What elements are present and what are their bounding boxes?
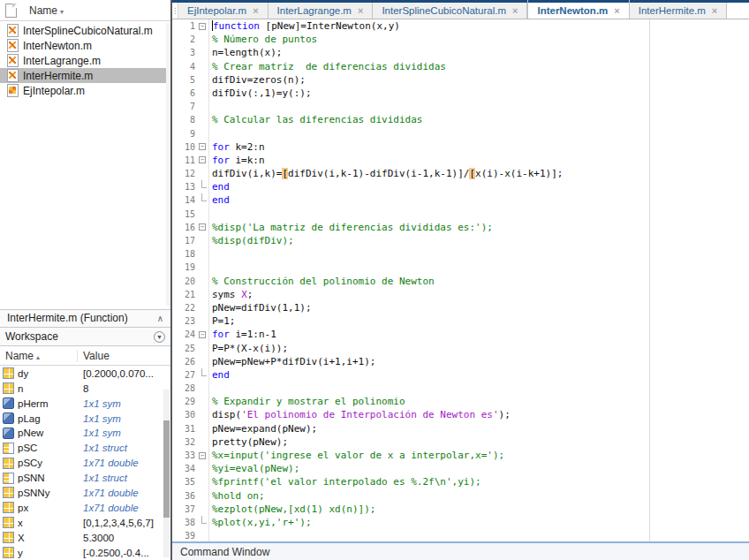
m-file-icon [7,24,19,37]
workspace-variable-row[interactable]: pSNNy1x71 double [0,486,170,501]
fold-gutter[interactable]: − [195,221,209,234]
editor-tab[interactable]: InterLagrange.m× [269,3,374,19]
file-list-scrollbar[interactable] [166,23,170,306]
file-row[interactable]: InterSplineCubicoNatural.m [0,23,170,38]
code-line[interactable]: 7 [172,100,749,113]
code-line[interactable]: 30disp('El polinomio de Interpolación de… [172,408,749,421]
close-icon[interactable]: × [253,5,258,16]
code-line[interactable]: 3n=length(x); [172,46,749,59]
fold-collapse-icon[interactable]: − [199,331,206,338]
editor-tab[interactable]: InterSplineCubicoNatural.m× [373,3,527,19]
workspace-variable-row[interactable]: pNew1x1 sym [0,426,170,441]
fold-gutter[interactable]: − [195,154,209,167]
fold-gutter[interactable]: − [195,328,209,341]
fold-collapse-icon[interactable]: − [199,452,206,459]
code-line[interactable]: 20% Construcción del polinomio de Newton [172,275,749,288]
file-row[interactable]: InterLagrange.m [0,53,170,68]
code-line[interactable]: 39 [172,529,749,541]
workspace-scrollbar-thumb[interactable] [163,420,170,518]
fold-collapse-icon[interactable]: − [199,143,206,150]
code-line[interactable]: 17%disp(difDiv); [172,234,749,247]
file-browser-header[interactable]: Name▾ [0,0,170,21]
code-line[interactable]: 5difDiv=zeros(n); [172,73,749,87]
code-line[interactable]: 31pNew=expand(pNew); [172,422,749,435]
workspace-value-column-header[interactable]: Value [78,350,110,362]
code-line[interactable]: 1−function [pNew]=InterNewton(x,y) [172,19,749,33]
workspace-titlebar[interactable]: Workspace ▼ [0,328,170,346]
code-line[interactable]: 9 [172,127,749,140]
workspace-variable-row[interactable]: pHerm1x1 sym [0,396,170,411]
fold-gutter [195,314,209,328]
code-line[interactable]: 18 [172,247,749,261]
code-line[interactable]: 38%plot(x,yi,'r+'); [172,516,749,529]
code-line[interactable]: 13end [172,180,749,193]
code-line[interactable]: 14end [172,193,749,207]
code-line[interactable]: 37%ezplot(pNew,[xd(1) xd(n)]); [172,503,749,516]
editor-tab[interactable]: InterHermite.m× [630,3,727,19]
collapse-chevron-icon[interactable]: ∧ [157,314,163,323]
code-line[interactable]: 6difDiv(:,1)=y(:); [172,87,749,100]
code-line[interactable]: 24−for i=1:n-1 [172,328,749,341]
workspace-name-column-header[interactable]: Name▴ [0,350,78,362]
code-text: pNew=pNew+P*difDiv(i+1,i+1); [212,355,375,368]
file-details-bar[interactable]: InterHermite.m (Function) ∧ [0,309,170,329]
editor-tab[interactable]: InterNewton.m× [527,0,629,19]
close-icon[interactable]: × [712,5,717,16]
code-line[interactable]: 29% Expandir y mostrar el polinomio [172,395,749,408]
code-line[interactable]: 2% Número de puntos [172,33,749,46]
line-number: 38 [172,516,195,529]
code-line[interactable]: 26pNew=pNew+P*difDiv(i+1,i+1); [172,355,749,368]
editor-tab[interactable]: EjIntepolar.m× [178,3,269,19]
fold-gutter[interactable]: − [195,449,209,462]
code-editor[interactable]: 1−function [pNew]=InterNewton(x,y)2% Núm… [172,19,749,541]
workspace-variable-row[interactable]: y[-0.2500,-0.4... [0,545,170,560]
close-icon[interactable]: × [512,5,518,16]
fold-collapse-icon[interactable]: − [199,223,206,231]
code-line[interactable]: 36%hold on; [172,489,749,503]
workspace-variable-row[interactable]: pSC1x1 struct [0,441,170,456]
code-line[interactable]: 8% Calcular las diferencias divididas [172,113,749,126]
code-line[interactable]: 34%yi=eval(pNew); [172,462,749,475]
fold-collapse-icon[interactable]: − [199,156,206,163]
code-line[interactable]: 32pretty(pNew); [172,435,749,449]
code-line[interactable]: 28 [172,382,749,395]
workspace-variable-row[interactable]: n8 [0,381,170,396]
code-line[interactable]: 15 [172,208,749,221]
code-line[interactable]: 12difDiv(i,k)=[difDiv(i,k-1)-difDiv(i-1,… [172,167,749,180]
file-row[interactable]: EjIntepolar.m [0,83,170,98]
line-number: 30 [172,408,195,421]
file-row[interactable]: InterHermite.m [0,68,170,83]
fold-gutter[interactable]: − [195,19,209,33]
code-line[interactable]: 19 [172,261,749,274]
workspace-variable-row[interactable]: pSCy1x71 double [0,456,170,471]
code-line[interactable]: 23P=1; [172,314,749,328]
workspace-variable-row[interactable]: px1x71 double [0,500,170,515]
line-number: 26 [172,355,195,368]
code-line[interactable]: 35%fprintf('el valor interpolado es %.2f… [172,475,749,488]
tab-bar-grip-icon[interactable]: ⋮ [172,3,178,19]
code-line[interactable]: 16−%disp('La matriz de diferencias divid… [172,221,749,234]
workspace-menu-icon[interactable]: ▼ [154,331,165,343]
code-line[interactable]: 25P=P*(X-x(i)); [172,342,749,355]
code-line[interactable]: 4% Crear matriz de diferencias divididas [172,60,749,73]
code-text: % Expandir y mostrar el polinomio [212,395,405,408]
name-column-header[interactable]: Name▾ [29,4,64,17]
close-icon[interactable]: × [358,5,363,16]
code-line[interactable]: 27end [172,368,749,382]
file-row[interactable]: InterNewton.m [0,38,170,53]
workspace-variable-row[interactable]: x[0,1,2,3,4,5,6,7] [0,515,170,530]
code-line[interactable]: 11−for i=k:n [172,154,749,167]
close-icon[interactable]: × [614,5,619,16]
workspace-variable-row[interactable]: X5.3000 [0,530,170,545]
fold-collapse-icon[interactable]: − [199,23,206,30]
workspace-variable-row[interactable]: pLag1x1 sym [0,411,170,426]
command-window-titlebar[interactable]: Command Window [172,541,749,560]
workspace-scrollbar[interactable] [163,390,170,557]
code-line[interactable]: 22pNew=difDiv(1,1); [172,301,749,314]
workspace-variable-row[interactable]: dy[0.2000,0.070... [0,366,170,381]
code-line[interactable]: 33−%x=input('ingrese el valor de x a int… [172,449,749,462]
fold-gutter[interactable]: − [195,140,209,154]
code-line[interactable]: 10−for k=2:n [172,140,749,154]
code-line[interactable]: 21syms X; [172,288,749,301]
workspace-variable-row[interactable]: pSNN1x1 struct [0,471,170,486]
